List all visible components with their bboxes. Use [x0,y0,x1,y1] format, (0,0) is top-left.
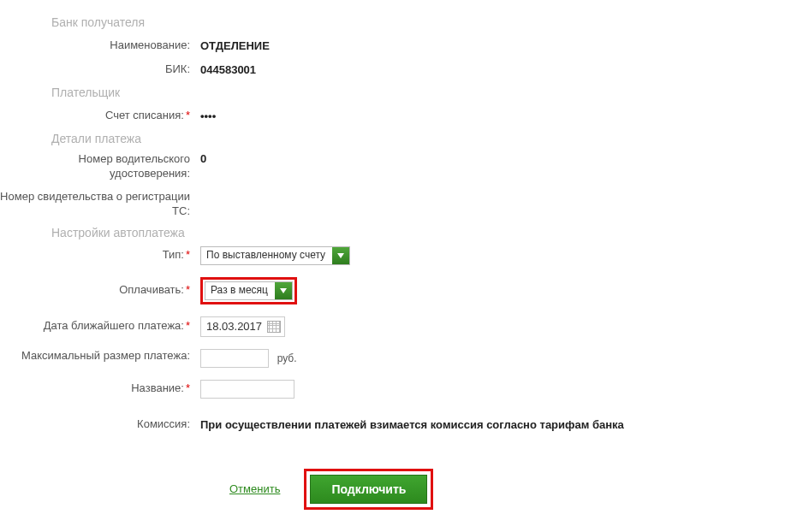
svg-marker-1 [280,288,287,293]
label-bik: БИК: [0,62,195,77]
row-name: Наименование: ОТДЕЛЕНИЕ [0,36,803,55]
row-max-amount: Максимальный размер платежа: руб. [0,349,803,368]
svg-marker-0 [337,253,344,258]
label-license-number: Номер водительского удостоверения: [0,152,195,181]
highlight-pay-select: Раз в месяц [200,277,297,304]
label-reg-cert: Номер свидетельства о регистрации ТС: [0,190,195,219]
calendar-icon[interactable] [267,321,281,333]
submit-button[interactable]: Подключить [310,475,427,504]
chevron-down-icon [332,247,349,264]
type-select-value: По выставленному счету [201,247,332,264]
next-date-input[interactable]: 18.03.2017 [200,316,285,337]
value-name: ОТДЕЛЕНИЕ [195,39,270,52]
value-debit-account: •••• [195,109,216,122]
cancel-link[interactable]: Отменить [229,482,280,495]
label-next-date: Дата ближайшего платежа:* [0,319,195,334]
pay-select-value: Раз в месяц [205,282,275,299]
value-bik: 044583001 [195,63,256,76]
title-input[interactable] [200,380,294,399]
section-autopay: Настройки автоплатежа [51,226,803,239]
row-title: Название:* [0,380,803,399]
section-payment-details: Детали платежа [51,132,803,145]
actions-bar: Отменить Подключить [0,469,803,510]
next-date-value: 18.03.2017 [206,320,262,333]
row-reg-cert: Номер свидетельства о регистрации ТС: [0,190,803,219]
row-debit-account: Счет списания:* •••• [0,106,803,125]
chevron-down-icon [275,282,292,299]
label-title: Название:* [0,381,195,396]
type-select[interactable]: По выставленному счету [200,246,350,265]
currency-unit: руб. [277,352,297,364]
pay-select[interactable]: Раз в месяц [205,281,293,300]
row-next-date: Дата ближайшего платежа:* 18.03.2017 [0,316,803,337]
row-license-number: Номер водительского удостоверения: 0 [0,152,803,181]
value-commission: При осуществлении платежей взимается ком… [195,418,624,431]
row-commission: Комиссия: При осуществлении платежей взи… [0,416,803,434]
value-license-number: 0 [195,152,206,165]
row-type: Тип:* По выставленному счету [0,246,803,265]
max-amount-input[interactable] [200,349,269,368]
row-bik: БИК: 044583001 [0,60,803,79]
label-commission: Комиссия: [0,417,195,432]
label-debit-account: Счет списания:* [0,109,195,123]
section-recipient-bank: Банк получателя [51,15,803,29]
label-pay: Оплачивать:* [0,283,195,298]
row-pay: Оплачивать:* Раз в месяц [0,277,803,304]
section-payer: Плательщик [51,86,803,99]
highlight-submit: Подключить [304,469,433,510]
label-max-amount: Максимальный размер платежа: [0,349,195,364]
label-type: Тип:* [0,248,195,263]
label-name: Наименование: [0,38,195,53]
